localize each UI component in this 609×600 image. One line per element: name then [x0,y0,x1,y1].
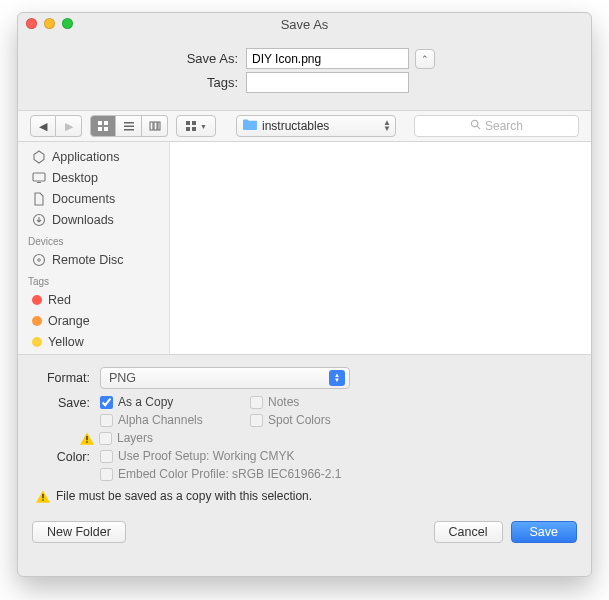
svg-rect-6 [124,129,134,131]
columns-icon [149,120,161,132]
icon-view-button[interactable] [90,115,116,137]
cancel-button[interactable]: Cancel [434,521,503,543]
svg-rect-0 [98,121,102,125]
grid-icon [97,120,109,132]
svg-point-19 [34,254,45,265]
chevron-down-icon: ▼ [200,123,207,130]
sidebar-item-downloads[interactable]: Downloads [18,209,169,230]
tag-dot-icon [32,316,42,326]
warning-icon [80,432,94,445]
save-button[interactable]: Save [511,521,578,543]
svg-rect-7 [150,122,153,130]
color-label: Color: [34,449,100,464]
svg-rect-1 [104,121,108,125]
minimize-window-icon[interactable] [44,18,55,29]
search-field[interactable]: Search [414,115,579,137]
sidebar-tag-yellow[interactable]: Yellow [18,331,169,352]
sidebar-item-label: Red [48,293,71,307]
alpha-checkbox[interactable]: Alpha Channels [100,413,250,427]
svg-rect-17 [37,182,41,183]
sidebar-item-applications[interactable]: Applications [18,146,169,167]
new-folder-button[interactable]: New Folder [32,521,126,543]
embed-checkbox[interactable]: Embed Color Profile: sRGB IEC61966-2.1 [100,467,575,481]
layers-checkbox[interactable]: Layers [100,431,575,445]
view-segment [90,115,168,137]
proof-checkbox[interactable]: Use Proof Setup: Working CMYK [100,449,575,463]
browser-body: Applications Desktop Documents Downloads… [18,142,591,354]
folder-popup[interactable]: instructables ▲▼ [236,115,396,137]
sidebar-item-label: Remote Disc [52,253,124,267]
filename-input[interactable] [246,48,409,69]
sidebar-item-remote-disc[interactable]: Remote Disc [18,249,169,270]
browser-toolbar: ◀ ▶ ▼ instructables ▲▼ [18,110,591,142]
applications-icon [32,150,46,164]
search-placeholder: Search [485,119,523,133]
close-window-icon[interactable] [26,18,37,29]
group-by-button[interactable]: ▼ [176,115,216,137]
tag-dot-icon [32,337,42,347]
options-panel: Format: PNG ▲▼ Save: As a Copy Notes Alp… [18,354,591,511]
svg-rect-2 [98,127,102,131]
warning-icon [36,490,50,503]
svg-rect-9 [158,122,160,130]
warning-message: File must be saved as a copy with this s… [34,483,575,503]
svg-rect-10 [186,121,190,125]
updown-icon: ▲▼ [383,120,389,132]
save-options-label: Save: [34,395,100,410]
svg-point-14 [471,120,477,126]
disc-icon [32,253,46,267]
sidebar-item-documents[interactable]: Documents [18,188,169,209]
downloads-icon [32,213,46,227]
updown-icon: ▲▼ [329,370,345,386]
collapse-button[interactable]: ⌃ [415,49,435,69]
svg-rect-16 [33,173,45,181]
forward-button[interactable]: ▶ [56,115,82,137]
list-view-button[interactable] [116,115,142,137]
svg-rect-11 [192,121,196,125]
file-browser[interactable] [170,142,591,354]
svg-rect-5 [124,126,134,128]
chevron-left-icon: ◀ [39,120,47,133]
svg-rect-13 [192,127,196,131]
sidebar-item-desktop[interactable]: Desktop [18,167,169,188]
titlebar: Save As [18,13,591,35]
svg-rect-8 [154,122,157,130]
search-icon [470,119,481,133]
sidebar-tag-orange[interactable]: Orange [18,310,169,331]
zoom-window-icon[interactable] [62,18,73,29]
notes-checkbox[interactable]: Notes [250,395,390,409]
svg-rect-12 [186,127,190,131]
spot-checkbox[interactable]: Spot Colors [250,413,390,427]
sidebar-item-label: Documents [52,192,115,206]
save-as-dialog: Save As Save As: ⌃ Tags: ◀ ▶ [17,12,592,577]
devices-header: Devices [18,230,169,249]
documents-icon [32,192,46,206]
tags-label: Tags: [18,75,246,90]
sidebar: Applications Desktop Documents Downloads… [18,142,170,354]
svg-point-20 [38,258,41,261]
tags-header: Tags [18,270,169,289]
format-select[interactable]: PNG ▲▼ [100,367,350,389]
saveas-label: Save As: [18,51,246,66]
sidebar-tag-green[interactable]: Green [18,352,169,354]
folder-name: instructables [262,119,383,133]
format-value: PNG [109,371,136,385]
desktop-icon [32,171,46,185]
chevron-right-icon: ▶ [65,120,73,133]
tag-dot-icon [32,295,42,305]
folder-icon [243,119,257,133]
format-label: Format: [34,371,100,385]
svg-line-15 [477,126,480,129]
svg-rect-23 [42,493,43,497]
list-icon [123,120,135,132]
window-controls [26,18,73,29]
as-copy-checkbox[interactable]: As a Copy [100,395,250,409]
column-view-button[interactable] [142,115,168,137]
back-button[interactable]: ◀ [30,115,56,137]
tags-input[interactable] [246,72,409,93]
chevron-up-icon: ⌃ [421,54,429,64]
sidebar-tag-red[interactable]: Red [18,289,169,310]
sidebar-item-label: Yellow [48,335,84,349]
nav-segment: ◀ ▶ [30,115,82,137]
svg-rect-3 [104,127,108,131]
